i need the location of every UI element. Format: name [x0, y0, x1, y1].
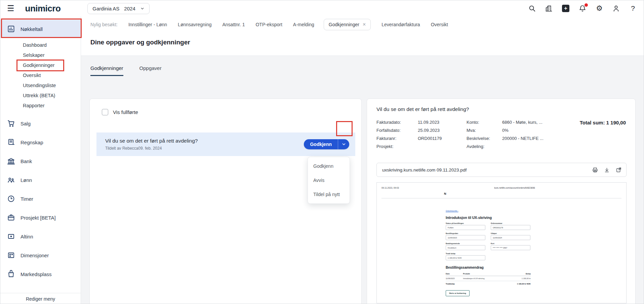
pdf-preview[interactable]: 09.11.2023, 09:03 kurs.netlife.com/accou…: [376, 182, 627, 303]
recently-visited-bar: Nylig besøkt: Innstillinger - Lønn Lønns…: [81, 16, 644, 33]
sidebar-item-markedsplass[interactable]: Markedsplass: [0, 265, 81, 283]
sidebar-item-prosjekt[interactable]: Prosjekt [BETA]: [0, 208, 81, 227]
sidebar-item-label: Bank: [21, 158, 32, 164]
edit-menu-button[interactable]: Rediger meny: [0, 293, 81, 304]
menu-item-godkjenn[interactable]: Godkjenn: [308, 159, 350, 173]
pdf-field-value: Kredittkort: [446, 245, 485, 250]
menu-item-avvis[interactable]: Avvis: [308, 173, 350, 187]
sidebar-item-altinn[interactable]: Altinn: [0, 227, 81, 246]
cell-date: 11/09/2023: [446, 276, 463, 281]
divider: [381, 198, 621, 198]
approval-detail-card: Vil du se om det er ført på rett avdelin…: [367, 99, 636, 304]
sidebar-item-dimensjoner[interactable]: Dimensjoner: [0, 246, 81, 265]
total-label: Totalbeløp: [446, 281, 463, 287]
show-completed-checkbox-row[interactable]: Vis fullførte: [102, 109, 138, 115]
approve-dropdown-toggle[interactable]: [338, 139, 349, 149]
pdf-field-label: Kort: [491, 242, 531, 244]
pdf-field-value: **** **** **** 0567: [491, 245, 530, 250]
title-band: Dine oppgaver og godkjenninger: [81, 33, 644, 56]
create-new-icon[interactable]: +: [562, 4, 570, 12]
company-name: Gardinia AS: [92, 6, 119, 11]
recent-tab-godkjenninger-active[interactable]: Godkjenninger ×: [324, 19, 371, 30]
approve-button[interactable]: Godkjenn: [304, 139, 338, 149]
open-external-icon[interactable]: [616, 167, 621, 173]
sidebar-item-lonn[interactable]: Lønn: [0, 170, 81, 189]
printer-icon[interactable]: [592, 167, 598, 173]
app-logo: unimicro: [25, 3, 61, 14]
buildings-icon[interactable]: [545, 4, 553, 12]
company-selector[interactable]: Gardinia AS 2024: [87, 3, 149, 14]
recent-tab-oversikt[interactable]: Oversikt: [431, 22, 448, 27]
sidebar-item-rapporter[interactable]: Rapporter: [0, 101, 81, 111]
cart-icon: [7, 119, 15, 127]
sidebar-item-regnskap[interactable]: Regnskap: [0, 133, 81, 152]
sidebar-item-label: Dimensjoner: [21, 253, 49, 258]
sidebar-item-label: Salg: [21, 121, 31, 126]
recently-visited-label: Nylig besøkt:: [90, 22, 118, 27]
approve-dropdown-menu: Godkjenn Avvis Tildel på nytt: [308, 157, 350, 204]
sidebar-item-selskaper[interactable]: Selskaper: [0, 50, 81, 60]
sidebar-item-timer[interactable]: Timer: [0, 189, 81, 208]
sidebar-item-oversikt[interactable]: Oversikt: [0, 70, 81, 80]
sidebar-item-dashboard[interactable]: Dashboard: [0, 40, 81, 50]
sidebar-item-godkjenninger[interactable]: Godkjenninger: [0, 60, 81, 70]
pdf-heading: Introduksjon til UX-skriving: [446, 216, 533, 220]
tab-godkjenninger[interactable]: Godkjenninger: [90, 65, 123, 76]
field-label: Beskrivelse:: [467, 136, 490, 141]
download-icon[interactable]: [604, 167, 610, 173]
table-total-row: Totalbeløp 1 190,00 kr NOK: [446, 281, 531, 287]
notifications-bell-icon[interactable]: [578, 4, 587, 12]
chevron-down-icon: [140, 6, 145, 11]
search-icon[interactable]: [528, 4, 536, 12]
pdf-field-label: Bestillingsdato: [446, 232, 486, 234]
checkbox[interactable]: [102, 109, 108, 115]
recent-tab-a-melding[interactable]: A-melding: [293, 22, 314, 27]
pdf-logo: N: [444, 192, 446, 195]
gear-icon[interactable]: ⚙: [595, 4, 603, 12]
approval-list-item[interactable]: Vil du se om det er ført på rett avdelin…: [96, 132, 355, 156]
user-icon[interactable]: [612, 4, 620, 12]
pdf-fields: Status på bestillingenFullført Ordrenumm…: [446, 222, 533, 260]
attachment-row[interactable]: uxskriving.kurs.netlife.com 09.11.2023.p…: [376, 163, 627, 177]
topbar-icons: + ⚙ ?: [528, 0, 637, 16]
field-value: 0%: [502, 128, 509, 133]
sidebar-item-label: Nøkkeltall: [21, 26, 43, 32]
recent-tab-leverandorfaktura[interactable]: Leverandørfaktura: [381, 22, 420, 27]
recent-tab-lonnsavregning[interactable]: Lønnsavregning: [178, 22, 211, 27]
help-icon[interactable]: ?: [629, 4, 637, 12]
page-title: Dine oppgaver og godkjenninger: [90, 39, 190, 46]
people-icon: [7, 176, 15, 184]
sidebar-item-salg[interactable]: Salg: [0, 114, 81, 133]
recent-tab-innstillinger-lonn[interactable]: Innstillinger - Lønn: [128, 22, 167, 27]
column-header: Produkt: [463, 272, 505, 276]
recent-tab-label: Godkjenninger: [329, 22, 359, 27]
pdf-field-label: Utløper: [491, 232, 531, 234]
field-value: 200000 - NETLIFE ...: [502, 136, 544, 141]
sidebar-item-utsendingsliste[interactable]: Utsendingsliste: [0, 80, 81, 90]
sidebar-item-uttrekk[interactable]: Uttrekk (BETA): [0, 90, 81, 101]
sidebar-item-label: Markedsplass: [21, 271, 52, 277]
menu-item-tildel-pa-nytt[interactable]: Tildel på nytt: [308, 187, 350, 201]
pdf-field-value: 11/09/2023: [446, 235, 485, 240]
attachment-actions: [592, 167, 621, 173]
pdf-field-value: Fullført: [446, 225, 485, 230]
hamburger-menu-icon[interactable]: ☰: [7, 4, 14, 13]
column-header: Beløp: [504, 272, 531, 276]
pdf-field-value: 11/09/2024: [491, 235, 530, 240]
table-row: 11/09/2023 Introduksjon til UX-skriving …: [446, 276, 531, 281]
recent-tab-otp-eksport[interactable]: OTP-eksport: [255, 22, 282, 27]
total-value: 1 190,00 kr NOK: [504, 281, 531, 287]
pdf-field-label: Totalt beløp: [446, 253, 486, 255]
sidebar-item-nokkeltall[interactable]: Nøkkeltall: [0, 20, 81, 38]
pdf-breadcrumb-link: Ordrehistorikk ›: [446, 210, 458, 212]
pdf-header: 09.11.2023, 09:03 kurs.netlife.com/accou…: [381, 187, 621, 189]
sidebar: Nøkkeltall Dashboard Selskaper Godkjenni…: [0, 16, 81, 304]
recent-tab-ansattnr[interactable]: Ansattnr. 1: [223, 22, 245, 27]
field-label: Avdeling:: [467, 144, 484, 149]
close-icon[interactable]: ×: [363, 22, 366, 27]
sidebar-item-bank[interactable]: Bank: [0, 152, 81, 170]
pdf-field-value: 1 190,00 kr NOK: [446, 255, 485, 260]
approval-title: Vil du se om det er ført på rett avdelin…: [105, 138, 198, 144]
tab-oppgaver[interactable]: Oppgaver: [139, 65, 162, 76]
sidebar-item-label: Regnskap: [21, 140, 43, 145]
